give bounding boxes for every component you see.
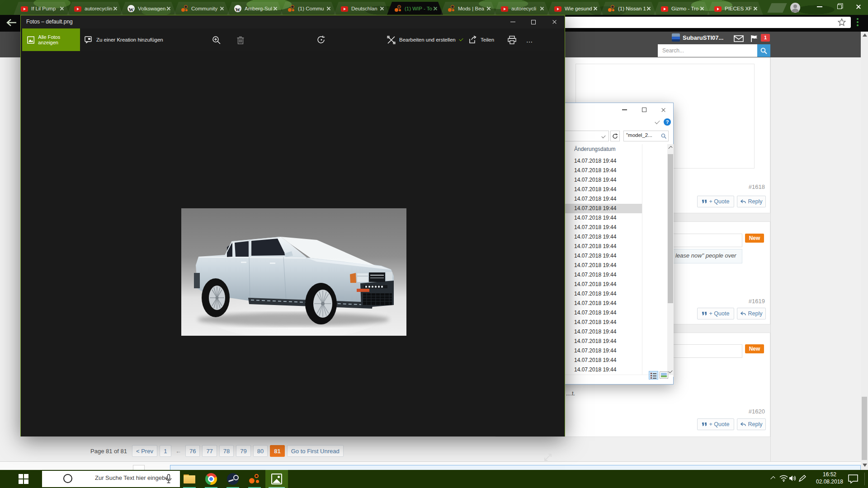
- page-prev-button[interactable]: < Prev: [132, 445, 157, 457]
- see-more-button[interactable]: …: [521, 28, 539, 51]
- tab-close-icon[interactable]: [220, 6, 224, 11]
- scrollbar-thumb[interactable]: [862, 397, 867, 460]
- page-78-button[interactable]: 78: [219, 445, 234, 457]
- browser-menu-icon[interactable]: [854, 18, 861, 27]
- browser-minimize-button[interactable]: [810, 0, 829, 14]
- go-to-first-unread-button[interactable]: Go to First Unread: [287, 445, 344, 457]
- tab-close-icon[interactable]: [60, 6, 64, 11]
- delete-button[interactable]: [231, 28, 250, 51]
- photos-minimize-button[interactable]: [502, 15, 523, 28]
- share-button[interactable]: Teilen: [468, 28, 494, 51]
- explorer-scrollbar[interactable]: [667, 144, 674, 377]
- quote-button[interactable]: + Quote: [697, 308, 734, 319]
- page-80-button[interactable]: 80: [253, 445, 268, 457]
- taskbar-search-box[interactable]: [42, 471, 180, 487]
- scrollbar-down-arrow[interactable]: [668, 369, 672, 373]
- fullscreen-expand-button[interactable]: [542, 452, 553, 463]
- beamng-dot: [181, 8, 185, 12]
- reply-button[interactable]: Reply: [737, 308, 766, 319]
- tab-close-icon[interactable]: [166, 6, 171, 11]
- browser-tab-14[interactable]: PIECES XF S: [707, 2, 763, 15]
- page-77-button[interactable]: 77: [202, 445, 217, 457]
- alerts-flag-icon[interactable]: [750, 35, 758, 42]
- tab-close-icon[interactable]: [646, 6, 651, 11]
- page-current-button[interactable]: 81: [270, 445, 284, 457]
- browser-tab-2[interactable]: autorecyclin: [67, 2, 123, 15]
- username[interactable]: SubaruSTI07...: [683, 34, 723, 41]
- taskbar-search-input[interactable]: [95, 474, 167, 481]
- browser-maximize-button[interactable]: [830, 0, 849, 14]
- tab-close-icon[interactable]: [326, 6, 331, 11]
- bookmark-star-icon[interactable]: [838, 18, 846, 26]
- taskbar-clock[interactable]: 16:52 02.08.2018: [814, 471, 845, 485]
- back-button[interactable]: [5, 18, 17, 28]
- microphone-icon[interactable]: [165, 474, 172, 484]
- post-number[interactable]: #1619: [722, 298, 765, 305]
- browser-tab-9[interactable]: Mods | Bea: [440, 2, 496, 15]
- browser-tab-7[interactable]: Deutschlan: [334, 2, 390, 15]
- page-1-button[interactable]: 1: [160, 445, 171, 457]
- forum-search-input[interactable]: [658, 44, 757, 57]
- user-avatar[interactable]: [672, 33, 680, 42]
- browser-tab-10[interactable]: autorecycli: [494, 2, 550, 15]
- tray-chevron-up-icon[interactable]: [770, 476, 775, 481]
- tab-close-icon[interactable]: [273, 6, 278, 11]
- show-all-photos-button[interactable]: Alle Fotos anzeigen: [22, 28, 80, 51]
- page-79-button[interactable]: 79: [236, 445, 250, 457]
- taskbar-steam[interactable]: [222, 470, 244, 488]
- show-desktop-divider[interactable]: [864, 473, 865, 485]
- messages-icon[interactable]: [734, 35, 744, 42]
- browser-tab-4[interactable]: Community: [174, 2, 230, 15]
- tab-close-icon[interactable]: [593, 6, 598, 11]
- browser-tab-13[interactable]: Gizmo - Tro: [654, 2, 710, 15]
- thumbnail-view-button[interactable]: [660, 371, 668, 379]
- browser-tab-5[interactable]: WAmberg-Sul: [227, 2, 283, 15]
- photos-maximize-button[interactable]: [523, 15, 544, 28]
- taskbar-chrome[interactable]: [200, 470, 222, 488]
- tab-close-icon[interactable]: [540, 6, 544, 11]
- browser-tab-8[interactable]: (1) WIP - To: [387, 2, 443, 15]
- page-76-button[interactable]: 76: [185, 445, 200, 457]
- alert-count-badge[interactable]: 1: [761, 34, 770, 42]
- tab-close-icon[interactable]: [113, 6, 118, 11]
- quote-button[interactable]: + Quote: [697, 418, 734, 430]
- zoom-button[interactable]: [207, 28, 225, 51]
- add-to-creation-button[interactable]: Zu einer Kreation hinzufügen: [85, 28, 163, 51]
- wifi-icon[interactable]: [779, 475, 788, 482]
- scrollbar-up-arrow[interactable]: [668, 146, 672, 150]
- photos-close-button[interactable]: [544, 15, 565, 28]
- volume-icon[interactable]: [789, 475, 797, 482]
- browser-tab-3[interactable]: WVolkswagen: [120, 2, 176, 15]
- details-view-button[interactable]: [649, 371, 658, 380]
- windows-ink-pen-icon[interactable]: [798, 475, 807, 482]
- post-number[interactable]: #1618: [722, 183, 765, 190]
- tab-close-icon[interactable]: [380, 6, 384, 11]
- reply-button[interactable]: Reply: [737, 418, 766, 430]
- action-center-icon[interactable]: [848, 474, 858, 483]
- browser-tab-1[interactable]: If Lil Pump: [14, 2, 70, 15]
- print-button[interactable]: [503, 28, 521, 51]
- scrollbar-down-arrow[interactable]: [863, 464, 867, 467]
- taskbar-file-explorer[interactable]: [179, 470, 200, 488]
- tab-close-icon[interactable]: [753, 6, 758, 11]
- browser-profile-icon[interactable]: [790, 3, 800, 13]
- taskbar-photos-active[interactable]: [265, 470, 288, 488]
- start-button[interactable]: [13, 470, 34, 488]
- browser-close-button[interactable]: [849, 0, 868, 14]
- tab-close-icon[interactable]: [486, 6, 491, 11]
- tab-close-icon[interactable]: [700, 6, 704, 11]
- forum-search-button[interactable]: [757, 44, 770, 57]
- edit-create-button[interactable]: Bearbeiten und erstellen: [387, 28, 463, 51]
- browser-tab-6[interactable]: (1) Commu: [280, 2, 336, 15]
- scrollbar-up-arrow[interactable]: [863, 33, 867, 37]
- tab-close-icon[interactable]: [433, 6, 438, 11]
- reply-button[interactable]: Reply: [737, 196, 766, 207]
- rotate-button[interactable]: [312, 28, 330, 51]
- quote-button[interactable]: + Quote: [697, 196, 734, 207]
- scrollbar-thumb[interactable]: [668, 154, 673, 303]
- browser-tab-12[interactable]: (1) Nissan 1: [600, 2, 656, 15]
- post-number[interactable]: #1620: [722, 408, 765, 415]
- taskbar-beamng[interactable]: [244, 470, 265, 488]
- browser-tab-11[interactable]: Wie gesund: [547, 2, 603, 15]
- new-badge: New: [745, 344, 764, 353]
